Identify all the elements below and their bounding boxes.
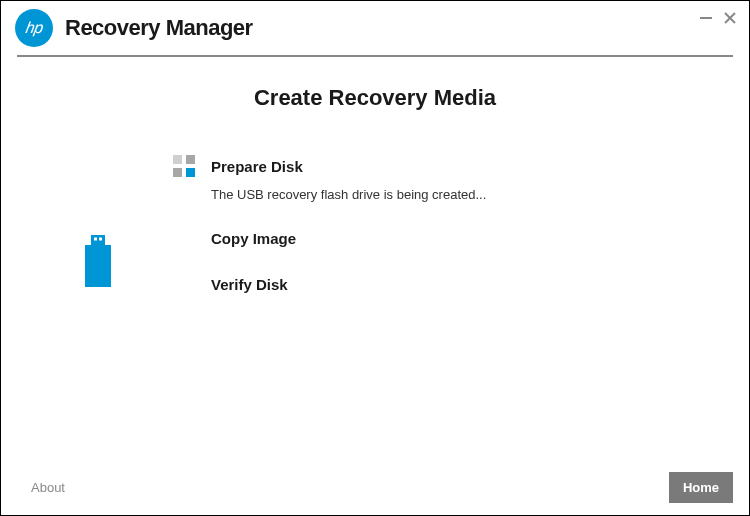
page-heading: Create Recovery Media	[1, 85, 749, 111]
hp-logo-text: hp	[24, 19, 44, 37]
step-prepare-status: The USB recovery flash drive is being cr…	[211, 187, 673, 202]
app-title: Recovery Manager	[65, 15, 253, 41]
step-prepare: Prepare Disk The USB recovery flash driv…	[173, 155, 673, 202]
about-link[interactable]: About	[31, 480, 65, 495]
svg-rect-5	[99, 238, 102, 241]
content-area: Prepare Disk The USB recovery flash driv…	[1, 155, 749, 294]
footer: About Home	[1, 467, 749, 515]
close-icon[interactable]	[723, 11, 737, 25]
svg-rect-4	[94, 238, 97, 241]
progress-squares-icon	[173, 155, 195, 177]
step-prepare-label: Prepare Disk	[211, 158, 303, 175]
titlebar: hp Recovery Manager	[1, 1, 749, 51]
hp-logo: hp	[15, 9, 53, 47]
svg-rect-3	[91, 235, 105, 245]
window-controls	[699, 11, 737, 25]
steps-list: Prepare Disk The USB recovery flash driv…	[173, 155, 673, 294]
home-button[interactable]: Home	[669, 472, 733, 503]
step-verify: Verify Disk	[173, 276, 673, 294]
usb-drive-icon	[85, 235, 111, 291]
step-copy: Copy Image	[173, 230, 673, 248]
minimize-icon[interactable]	[699, 11, 713, 25]
step-copy-label: Copy Image	[211, 230, 296, 247]
step-verify-label: Verify Disk	[211, 276, 288, 293]
header-divider	[17, 55, 733, 57]
svg-rect-6	[85, 245, 111, 287]
